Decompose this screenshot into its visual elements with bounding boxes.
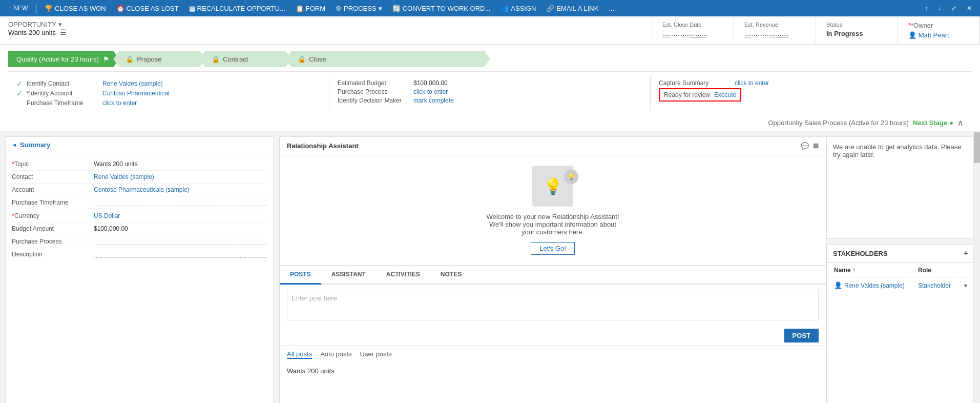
relationship-body: 💡 💡 Welcome to your new Relationship Ass… bbox=[280, 155, 826, 265]
process-button[interactable]: ⚙ PROCESS ▾ bbox=[331, 3, 386, 14]
rel-header-icons: 💬 ⊞ bbox=[801, 142, 819, 150]
lightbulb-small-icon: 💡 bbox=[564, 170, 578, 184]
review-box: Ready for review Execute bbox=[659, 88, 741, 102]
new-button[interactable]: + NEW bbox=[4, 3, 32, 14]
execute-link[interactable]: Execute bbox=[714, 91, 736, 98]
tab-posts[interactable]: POSTS bbox=[280, 266, 321, 285]
form-icon: 📋 bbox=[296, 5, 304, 12]
process-icon: ⚙ bbox=[336, 5, 342, 12]
stage-col-2: Estimated Budget $100,000.00 Purchase Pr… bbox=[329, 76, 651, 111]
relationship-icon-area: 💡 💡 bbox=[532, 166, 573, 207]
summary-section: ◄ Summary *Topic Wants 200 units Contact… bbox=[5, 136, 274, 403]
stage-contract[interactable]: 🔒 Contract bbox=[199, 51, 291, 67]
stakeholder-dropdown[interactable]: ▾ bbox=[958, 278, 973, 292]
convert-icon: 🔄 bbox=[392, 5, 401, 12]
post-input[interactable]: Enter post here bbox=[287, 290, 819, 320]
contact-field: Contact Rene Valdes (sample) bbox=[12, 171, 267, 184]
stage-field-purchase-process: Purchase Process click to enter bbox=[338, 88, 642, 95]
right-panel: We are unable to get analytics data. Ple… bbox=[826, 131, 980, 403]
tab-user-posts[interactable]: User posts bbox=[360, 350, 392, 359]
lock-icon: 🔒 bbox=[298, 55, 306, 63]
add-stakeholder-button[interactable]: + bbox=[964, 249, 968, 258]
assign-button[interactable]: 👥 ASSIGN bbox=[496, 3, 540, 14]
clock-icon: ⏰ bbox=[116, 5, 124, 12]
close-as-lost-button[interactable]: ⏰ CLOSE AS LOST bbox=[112, 3, 183, 14]
stage-propose-label: Propose bbox=[137, 55, 161, 63]
next-stage-button[interactable]: Next Stage ● bbox=[913, 119, 953, 127]
stage-col-1: ✓ Identify Contact Rene Valdes (sample) … bbox=[8, 76, 329, 111]
chevron-down-icon: ▾ bbox=[379, 5, 382, 12]
arrow-up-button[interactable]: ↑ bbox=[921, 3, 932, 14]
stakeholders-col-action bbox=[958, 264, 973, 277]
arrow-down-button[interactable]: ↓ bbox=[934, 3, 945, 14]
recalculate-button[interactable]: ▦ RECALCULATE OPPORTU... bbox=[185, 3, 289, 14]
tab-activities[interactable]: ACTIVITIES bbox=[376, 266, 430, 285]
stage-col-3: Capture Summary click to enter Ready for… bbox=[651, 76, 972, 111]
post-button[interactable]: POST bbox=[784, 329, 819, 342]
expand-button[interactable]: ⤢ bbox=[947, 3, 961, 14]
post-filter-tabs: All posts Auto posts User posts bbox=[280, 346, 826, 363]
stage-qualify[interactable]: Qualify (Active for 23 hours) ⚑ bbox=[8, 51, 119, 67]
summary-header: ◄ Summary bbox=[6, 137, 274, 153]
flag-icon: ⚑ bbox=[103, 55, 109, 63]
stages: Qualify (Active for 23 hours) ⚑ 🔒 Propos… bbox=[8, 51, 972, 67]
toolbar-right: ↑ ↓ ⤢ ✕ bbox=[921, 3, 976, 14]
form-button[interactable]: 📋 FORM bbox=[291, 3, 329, 14]
stage-field-identify-account: ✓ *Identify Account Contoso Pharmaceutic… bbox=[16, 89, 321, 97]
summary-fields: *Topic Wants 200 units Contact Rene Vald… bbox=[6, 153, 274, 265]
check-icon: ✓ bbox=[16, 79, 23, 88]
account-field: Account Contoso Pharmaceuticals (sample) bbox=[12, 184, 267, 196]
stakeholders-box: STAKEHOLDERS + Name ↑ Role 👤Rene Valdes … bbox=[826, 244, 975, 403]
circle-check-icon: ● bbox=[949, 119, 953, 127]
stage-contract-label: Contract bbox=[223, 55, 248, 63]
relationship-section: Relationship Assistant 💬 ⊞ 💡 💡 Welcome t… bbox=[279, 136, 826, 403]
tab-notes[interactable]: NOTES bbox=[430, 266, 472, 285]
tab-auto-posts[interactable]: Auto posts bbox=[320, 350, 351, 359]
stage-close[interactable]: 🔒 Close bbox=[285, 51, 490, 67]
email-link-button[interactable]: 🔗 EMAIL A LINK bbox=[542, 3, 602, 14]
scrollbar[interactable] bbox=[973, 131, 980, 403]
relationship-tabs: POSTS ASSISTANT ACTIVITIES NOTES bbox=[280, 265, 826, 285]
close-as-won-button[interactable]: 🏆 CLOSE AS WON bbox=[40, 3, 110, 14]
stage-fields: ✓ Identify Contact Rene Valdes (sample) … bbox=[8, 71, 972, 115]
tab-assistant[interactable]: ASSISTANT bbox=[321, 266, 376, 285]
more-button[interactable]: ... bbox=[604, 3, 618, 14]
link-icon: 🔗 bbox=[546, 5, 554, 12]
chat-icon[interactable]: 💬 bbox=[801, 142, 809, 150]
post-content: Wants 200 units bbox=[280, 363, 826, 379]
header-area: OPPORTUNITY ▾ Wants 200 units ☰ Est. Clo… bbox=[0, 16, 980, 45]
stage-field-capture-summary: Capture Summary click to enter bbox=[659, 79, 964, 87]
main-content: ◄ Summary *Topic Wants 200 units Contact… bbox=[0, 131, 980, 403]
currency-field: *Currency US Dollar bbox=[12, 209, 267, 223]
check-icon: ✓ bbox=[16, 89, 23, 97]
owner-value[interactable]: Matt Peart bbox=[919, 31, 949, 39]
close-window-button[interactable]: ✕ bbox=[963, 3, 976, 14]
stakeholders-header: STAKEHOLDERS + bbox=[827, 245, 974, 263]
page-title: Wants 200 units ☰ bbox=[8, 28, 643, 36]
stage-active-label: Qualify (Active for 23 hours) bbox=[16, 55, 99, 63]
status-badge: In Progress bbox=[826, 30, 887, 37]
sep1: | bbox=[35, 3, 37, 14]
trophy-icon: 🏆 bbox=[45, 5, 53, 12]
tab-all-posts[interactable]: All posts bbox=[287, 350, 312, 359]
scrollbar-thumb[interactable] bbox=[974, 132, 980, 163]
grid-icon[interactable]: ⊞ bbox=[813, 142, 819, 150]
stakeholder-name[interactable]: 👤Rene Valdes (sample) bbox=[828, 278, 911, 292]
stage-propose[interactable]: 🔒 Propose bbox=[113, 51, 205, 67]
est-close-date-field: Est. Close Date ........................ bbox=[652, 16, 734, 44]
stakeholder-role[interactable]: Stakeholder bbox=[912, 278, 957, 292]
analytics-box: We are unable to get analytics data. Ple… bbox=[826, 136, 975, 239]
entity-label: OPPORTUNITY ▾ bbox=[8, 21, 643, 28]
lets-go-button[interactable]: Let's Go! bbox=[531, 242, 575, 255]
process-label: Opportunity Sales Process (Active for 23… bbox=[768, 119, 909, 127]
purchase-timeframe-field: Purchase Timeframe bbox=[12, 196, 267, 209]
stage-field-identify-contact: ✓ Identify Contact Rene Valdes (sample) bbox=[16, 79, 321, 88]
stage-field-purchase-timeframe: ✓ Purchase Timeframe click to enter bbox=[16, 99, 321, 107]
lightbulb-icon: 💡 bbox=[544, 177, 562, 195]
lock-icon: 🔒 bbox=[126, 55, 134, 63]
convert-button[interactable]: 🔄 CONVERT TO WORK ORD... bbox=[388, 3, 495, 14]
stage-field-ready-for-review: Ready for review Execute bbox=[659, 88, 964, 102]
stakeholders-table: Name ↑ Role 👤Rene Valdes (sample) Stakeh… bbox=[827, 263, 974, 293]
chevron-up-icon[interactable]: ∧ bbox=[957, 118, 964, 128]
menu-icon[interactable]: ☰ bbox=[60, 28, 67, 36]
